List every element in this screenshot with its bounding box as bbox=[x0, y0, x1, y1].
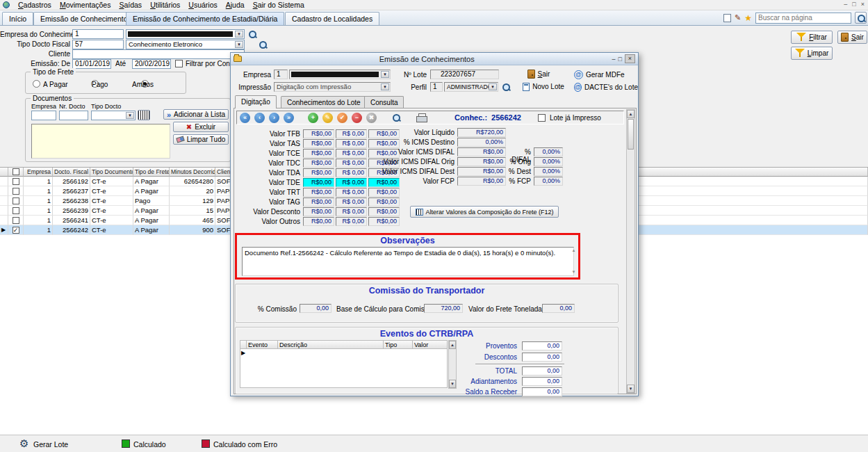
cancel-record-icon[interactable]: ✖ bbox=[366, 113, 377, 123]
limpar-tudo-button[interactable]: Limpar Tudo bbox=[173, 134, 229, 145]
valor-tdc-input-1[interactable]: R$0,00 bbox=[303, 159, 334, 168]
search-button[interactable] bbox=[855, 12, 867, 24]
valor-tda-input-1[interactable]: R$0,00 bbox=[303, 168, 334, 177]
emissao-de-input[interactable]: 01/01/2019 bbox=[72, 59, 111, 69]
grid-header-empresa[interactable]: Empresa bbox=[24, 168, 53, 177]
search-record-icon[interactable] bbox=[392, 113, 401, 122]
valor-tde-input-1[interactable]: R$0,00 bbox=[303, 178, 334, 187]
alterar-valores-button[interactable]: Alterar Valores da Composição do Frete (… bbox=[410, 206, 559, 218]
valor-tfb-input-1[interactable]: R$0,00 bbox=[303, 129, 334, 138]
tab-emissao-estadia-diaria[interactable]: Emissão de Conhecimento de Estadia/Diári… bbox=[126, 12, 284, 25]
confirm-record-icon[interactable]: ✔ bbox=[337, 113, 347, 123]
valor-outros-input-3[interactable]: R$0,00 bbox=[368, 217, 400, 226]
scrollbar-thumb[interactable] bbox=[628, 119, 634, 150]
valor-tag-input-2[interactable]: R$ 0,00 bbox=[336, 197, 367, 207]
filtrar-button[interactable]: Filtrar bbox=[791, 31, 833, 44]
menu-utilitarios[interactable]: Utilitários bbox=[150, 1, 180, 9]
base-comissao-value[interactable]: 720,00 bbox=[424, 304, 463, 313]
chevron-down-icon[interactable]: ▼ bbox=[489, 83, 497, 90]
lote-impresso-checkbox[interactable] bbox=[538, 114, 546, 122]
chevron-down-icon[interactable]: ▼ bbox=[381, 71, 389, 78]
perfil-lookup-icon[interactable] bbox=[502, 83, 510, 91]
doc-nr-docto-input[interactable] bbox=[59, 111, 88, 120]
valor-desconto-input-2[interactable]: R$ 0,00 bbox=[336, 207, 367, 216]
dacte-button[interactable]: @ DACTE's do Lote bbox=[574, 81, 638, 92]
menu-movimentacoes[interactable]: Movimentações bbox=[60, 1, 111, 9]
add-record-icon[interactable]: + bbox=[308, 113, 318, 123]
doc-empresa-input[interactable] bbox=[31, 111, 56, 120]
first-record-icon[interactable]: « bbox=[240, 113, 250, 123]
valor-outros-input-2[interactable]: R$ 0,00 bbox=[336, 217, 367, 226]
valor-trt-input-2[interactable]: R$ 0,00 bbox=[336, 188, 367, 197]
grid-header-minutos[interactable]: Minutos Decorridos bbox=[170, 168, 215, 177]
row-checkbox[interactable] bbox=[13, 207, 19, 214]
window-restore-button[interactable]: □ bbox=[852, 1, 855, 8]
dialog-maximize-button[interactable]: □ bbox=[619, 56, 622, 63]
eventos-col-evento[interactable]: Evento bbox=[247, 340, 278, 349]
select-all-checkbox[interactable] bbox=[13, 168, 19, 175]
dlg-empresa-value[interactable]: 1 bbox=[274, 70, 288, 79]
edit-record-icon[interactable]: ✎ bbox=[322, 113, 333, 123]
valor-desconto-input-1[interactable]: R$0,00 bbox=[303, 207, 334, 216]
valor-tas-input-1[interactable]: R$0,00 bbox=[303, 139, 334, 148]
page-icon[interactable] bbox=[723, 14, 731, 22]
grid-header-check[interactable] bbox=[8, 168, 24, 177]
gerar-mdfe-button[interactable]: @ Gerar MDFe bbox=[574, 69, 635, 80]
grid-header-docto[interactable]: Docto. Fiscal bbox=[53, 168, 90, 177]
dialog-tab-consulta[interactable]: Consulta bbox=[364, 96, 404, 108]
row-checkbox[interactable] bbox=[13, 197, 19, 204]
prior-record-icon[interactable]: ‹ bbox=[254, 113, 265, 123]
tab-cadastro-localidades[interactable]: Cadastro de Localidades bbox=[285, 12, 379, 25]
tab-emissao-conhecimentos[interactable]: Emissão de Conhecimentos bbox=[33, 12, 138, 25]
tipo-docto-fiscal-combo[interactable]: Conhecimento Eletronico ▼ bbox=[126, 40, 245, 49]
tools-icon[interactable]: ✎ bbox=[735, 14, 741, 22]
doc-tipo-docto-combo[interactable]: ▼ bbox=[91, 111, 136, 120]
scroll-up-icon[interactable]: ▲ bbox=[627, 110, 634, 118]
search-input[interactable] bbox=[755, 13, 851, 24]
dialog-scrollbar[interactable]: ▲ ▼ bbox=[626, 109, 635, 394]
radio-a-pagar[interactable] bbox=[33, 80, 40, 88]
dialog-sair-button[interactable]: Sair bbox=[521, 68, 556, 80]
cliente-input[interactable] bbox=[72, 49, 245, 59]
dialog-minimize-button[interactable]: – bbox=[612, 56, 616, 63]
impressao-combo[interactable]: Digitação com Impressão ▼ bbox=[274, 82, 391, 92]
row-checkbox[interactable] bbox=[13, 178, 19, 185]
emissao-ate-input[interactable]: 20/02/2019 bbox=[132, 59, 171, 69]
limpar-button[interactable]: Limpar bbox=[791, 47, 833, 60]
row-checkbox-checked[interactable]: ✓ bbox=[13, 227, 19, 234]
tab-inicio[interactable]: Início bbox=[2, 12, 33, 25]
menu-sair-do-sistema[interactable]: Sair do Sistema bbox=[253, 1, 304, 9]
empresa-conhecimento-input[interactable]: 1 bbox=[72, 29, 124, 39]
eventos-col-tipo[interactable]: Tipo bbox=[384, 340, 413, 349]
menu-ajuda[interactable]: Ajuda bbox=[226, 1, 245, 9]
valor-trt-input-1[interactable]: R$0,00 bbox=[303, 188, 334, 197]
menu-usuarios[interactable]: Usuários bbox=[188, 1, 217, 9]
observacoes-textarea[interactable]: Documento Ref.1-2566242 - Cálculo Refere… bbox=[242, 247, 574, 276]
barcode-button[interactable] bbox=[138, 110, 150, 120]
delete-record-icon[interactable]: − bbox=[352, 113, 362, 123]
valor-tag-input-1[interactable]: R$0,00 bbox=[303, 197, 334, 207]
last-record-icon[interactable]: » bbox=[284, 113, 294, 123]
empresa-lookup-icon[interactable] bbox=[248, 30, 256, 38]
scroll-down-icon[interactable]: ▼ bbox=[570, 270, 578, 274]
menu-saidas[interactable]: Saídas bbox=[119, 1, 142, 9]
perfil-combo[interactable]: ADMINISTRADOR ▼ bbox=[444, 82, 498, 92]
dlg-empresa-combo[interactable]: ▼ bbox=[289, 70, 391, 79]
sair-button[interactable]: Sair bbox=[837, 31, 867, 44]
valor-tag-input-3[interactable]: R$0,00 bbox=[368, 197, 400, 207]
eventos-col-descricao[interactable]: Descrição bbox=[278, 340, 384, 349]
scroll-down-icon[interactable]: ▼ bbox=[627, 385, 634, 393]
eventos-table-body[interactable]: ▶ bbox=[240, 349, 448, 388]
favorites-star-icon[interactable]: ★ bbox=[744, 14, 752, 22]
gear-icon[interactable]: ⚙ bbox=[19, 438, 28, 449]
novo-lote-button[interactable]: Novo Lote bbox=[520, 81, 567, 92]
gerar-lote-label[interactable]: Gerar Lote bbox=[33, 440, 68, 449]
row-checkbox[interactable] bbox=[13, 188, 19, 195]
documentos-listbox[interactable] bbox=[31, 124, 170, 159]
grid-header-tipo-documento[interactable]: Tipo Documento bbox=[90, 168, 133, 177]
print-icon[interactable] bbox=[416, 113, 427, 122]
grid-header-tipo-frete[interactable]: Tipo de Frete bbox=[133, 168, 170, 177]
pct-comissao-value[interactable]: 0,00 bbox=[300, 304, 331, 313]
filtrar-conhecimentos-checkbox[interactable] bbox=[175, 60, 183, 67]
adicionar-lista-button[interactable]: » Adicionar à Lista bbox=[163, 109, 229, 120]
